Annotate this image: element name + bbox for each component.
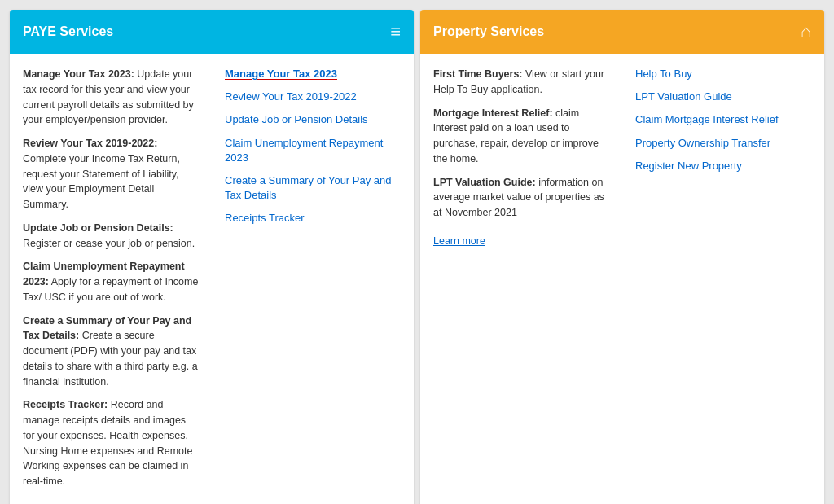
paye-desc-item-1: Review Your Tax 2019-2022: Complete your… [23, 136, 199, 213]
paye-link-1[interactable]: Review Your Tax 2019-2022 [225, 90, 401, 104]
paye-desc-text-3: Apply for a repayment of Income Tax/ USC… [23, 276, 198, 303]
property-services-card: Property Services ⌂ First Time Buyers: V… [420, 10, 824, 504]
property-link-3[interactable]: Property Ownership Transfer [635, 136, 811, 151]
paye-desc-title-2: Update Job or Pension Details: [23, 222, 173, 234]
property-learn-more[interactable]: Learn more [433, 234, 485, 249]
property-link-2[interactable]: Claim Mortgage Interest Relief [635, 112, 811, 127]
paye-title: PAYE Services [23, 24, 113, 39]
paye-desc-text-2: Register or cease your job or pension. [23, 238, 195, 249]
paye-desc-text-5: Record and manage receipts details and i… [23, 399, 192, 487]
paye-header-icon: ≡ [390, 21, 401, 42]
paye-link-2[interactable]: Update Job or Pension Details [225, 112, 401, 127]
paye-desc-title-5: Receipts Tracker: [23, 399, 108, 410]
paye-desc-title-1: Review Your Tax 2019-2022: [23, 138, 157, 149]
paye-link-0[interactable]: Manage Your Tax 2023 [225, 67, 401, 81]
page-container: PAYE Services ≡ Manage Your Tax 2023: Up… [0, 0, 834, 504]
paye-desc-item-0: Manage Your Tax 2023: Update your tax re… [23, 67, 199, 128]
property-desc-title-0: First Time Buyers: [433, 68, 523, 80]
property-link-1[interactable]: LPT Valuation Guide [635, 90, 811, 104]
property-desc-item-2: LPT Valuation Guide: information on aver… [433, 175, 609, 221]
property-links: Help To Buy LPT Valuation Guide Claim Mo… [622, 67, 811, 249]
paye-desc-item-4: Create a Summary of Your Pay and Tax Det… [23, 313, 199, 390]
paye-links: Manage Your Tax 2023 Review Your Tax 201… [212, 67, 401, 504]
paye-link-5[interactable]: Receipts Tracker [225, 211, 401, 226]
paye-desc-item-5: Receipts Tracker: Record and manage rece… [23, 397, 199, 489]
property-desc-title-2: LPT Valuation Guide: [433, 177, 536, 188]
property-body: First Time Buyers: View or start your He… [420, 54, 824, 262]
paye-header: PAYE Services ≡ [10, 10, 414, 54]
paye-link-4[interactable]: Create a Summary of Your Pay and Tax Det… [225, 173, 401, 203]
property-desc-item-1: Mortgage Interest Relief: claim interest… [433, 106, 609, 167]
property-desc: First Time Buyers: View or start your He… [433, 67, 622, 249]
property-link-4[interactable]: Register New Property [635, 159, 811, 173]
property-title: Property Services [433, 24, 544, 39]
property-header: Property Services ⌂ [420, 10, 824, 54]
property-desc-item-0: First Time Buyers: View or start your He… [433, 67, 609, 98]
paye-body: Manage Your Tax 2023: Update your tax re… [10, 54, 414, 504]
paye-services-card: PAYE Services ≡ Manage Your Tax 2023: Up… [10, 10, 414, 504]
top-row: PAYE Services ≡ Manage Your Tax 2023: Up… [0, 0, 834, 504]
property-desc-title-1: Mortgage Interest Relief: [433, 107, 553, 119]
paye-link-3[interactable]: Claim Unemployment Repayment 2023 [225, 136, 401, 165]
property-header-icon: ⌂ [801, 21, 811, 42]
paye-desc-title-0: Manage Your Tax 2023: [23, 68, 134, 80]
property-link-0[interactable]: Help To Buy [635, 67, 811, 81]
paye-desc-text-1: Complete your Income Tax Return, request… [23, 153, 180, 210]
paye-desc-item-3: Claim Unemployment Repayment 2023: Apply… [23, 259, 199, 305]
paye-desc: Manage Your Tax 2023: Update your tax re… [23, 67, 212, 504]
paye-desc-item-2: Update Job or Pension Details: Register … [23, 221, 199, 252]
